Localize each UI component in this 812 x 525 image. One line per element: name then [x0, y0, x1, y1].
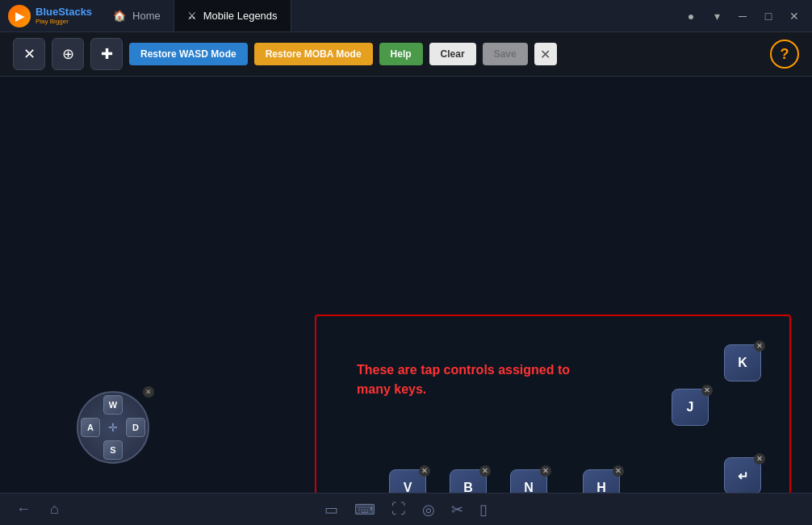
tap-key-enter[interactable]: ↵ ✕	[724, 457, 761, 493]
tap-controls-info-text: These are tap controls assigned tomany k…	[357, 360, 583, 399]
tap-key-h[interactable]: H ✕	[583, 469, 620, 493]
key-v-close[interactable]: ✕	[419, 465, 430, 477]
logo-area: ▶ BlueStacks Play Bigger	[0, 5, 100, 27]
tap-key-n[interactable]: N ✕	[510, 469, 547, 493]
scissors-icon[interactable]: ✂	[451, 501, 463, 519]
help-button[interactable]: Help	[379, 43, 423, 65]
key-d[interactable]: D	[126, 418, 145, 437]
logo-name: BlueStacks	[36, 6, 92, 18]
key-s[interactable]: S	[103, 440, 123, 460]
bottom-left-controls: ← ⌂	[16, 501, 59, 518]
restore-moba-button[interactable]: Restore MOBA Mode	[254, 43, 373, 65]
ml-tab-label: Mobile Legends	[203, 10, 278, 22]
key-k-close[interactable]: ✕	[754, 340, 765, 352]
bluestacks-logo-icon: ▶	[8, 5, 31, 27]
tool-cross-button[interactable]: ✕	[13, 38, 45, 70]
tap-key-v[interactable]: V ✕	[389, 469, 426, 493]
phone2-icon[interactable]: ▯	[479, 501, 488, 519]
question-mark-icon: ?	[781, 46, 789, 63]
back-button[interactable]: ←	[16, 501, 31, 518]
logo-tagline: Play Bigger	[36, 19, 92, 25]
clear-button[interactable]: Clear	[429, 43, 476, 65]
expand-icon[interactable]: ⛶	[391, 501, 406, 518]
wifi-icon: ▾	[705, 8, 728, 24]
restore-wasd-button[interactable]: Restore WASD Mode	[129, 43, 248, 65]
cross-icon: ✕	[23, 45, 36, 63]
toolbar: ✕ ⊕ ✚ Restore WASD Mode Restore MOBA Mod…	[0, 32, 812, 77]
wasd-close-button[interactable]: ✕	[143, 386, 154, 398]
key-b-close[interactable]: ✕	[479, 465, 491, 477]
home-tab-label: Home	[132, 10, 161, 22]
ml-tab-icon: ⚔	[187, 10, 197, 22]
main-area: W A S D ✛ ✕ These are tap controls assig…	[0, 77, 812, 493]
toolbar-close-button[interactable]: ✕	[534, 43, 557, 65]
dot-indicator: ●	[680, 8, 702, 24]
dpad-center-icon: ✛	[103, 418, 123, 437]
key-h-close[interactable]: ✕	[613, 465, 624, 477]
logo-text: BlueStacks Play Bigger	[36, 6, 92, 24]
home-tab-icon: 🏠	[113, 10, 126, 22]
tool-dpad-button[interactable]: ⊕	[52, 38, 84, 70]
maximize-button[interactable]: □	[757, 8, 780, 24]
bottom-bar: ← ⌂ ▭ ⌨ ⛶ ◎ ✂ ▯	[0, 493, 812, 525]
tab-mobile-legends[interactable]: ⚔ Mobile Legends	[174, 0, 291, 31]
title-bar: ▶ BlueStacks Play Bigger 🏠 Home ⚔ Mobile…	[0, 0, 812, 32]
bottom-center-controls: ▭ ⌨ ⛶ ◎ ✂ ▯	[324, 501, 488, 519]
wasd-control[interactable]: W A S D ✛ ✕	[77, 391, 149, 464]
dpad-icon: ⊕	[62, 45, 74, 63]
plus-icon: ✚	[101, 45, 113, 63]
key-enter-close[interactable]: ✕	[754, 453, 765, 465]
close-window-button[interactable]: ✕	[783, 8, 806, 24]
key-j-close[interactable]: ✕	[701, 385, 713, 396]
save-button[interactable]: Save	[483, 43, 528, 65]
minimize-button[interactable]: ─	[731, 8, 754, 24]
keyboard-icon[interactable]: ⌨	[354, 501, 375, 519]
tap-key-j[interactable]: J ✕	[672, 389, 709, 426]
tool-plus-button[interactable]: ✚	[90, 38, 123, 70]
tabs-area: 🏠 Home ⚔ Mobile Legends	[100, 0, 673, 31]
key-n-close[interactable]: ✕	[540, 465, 551, 477]
tap-controls-panel: These are tap controls assigned tomany k…	[315, 315, 791, 493]
key-a[interactable]: A	[81, 418, 100, 437]
location-icon[interactable]: ◎	[422, 501, 435, 519]
help-circle-button[interactable]: ?	[770, 40, 799, 69]
dpad-container: W A S D ✛ ✕	[77, 391, 149, 464]
tap-key-k[interactable]: K ✕	[724, 344, 761, 381]
tap-key-b[interactable]: B ✕	[450, 469, 487, 493]
tab-home[interactable]: 🏠 Home	[100, 0, 174, 31]
window-controls: ● ▾ ─ □ ✕	[673, 8, 812, 24]
home-button[interactable]: ⌂	[50, 501, 59, 518]
phone-icon[interactable]: ▭	[324, 501, 338, 519]
key-w[interactable]: W	[103, 395, 123, 415]
